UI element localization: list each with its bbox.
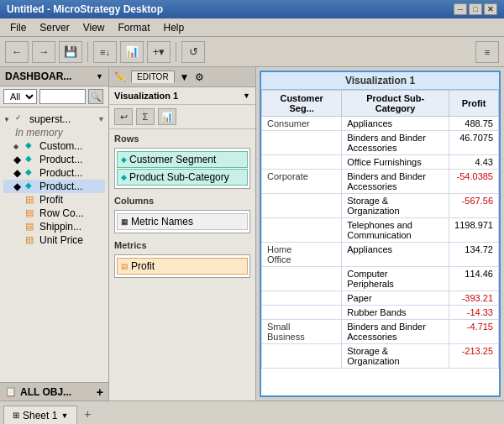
menu-bar: File Server View Format Help: [0, 18, 504, 37]
rows-label: Rows: [109, 129, 255, 145]
window-title: Untitled - MicroStrategy Desktop: [7, 3, 163, 15]
field-customer-segment[interactable]: ◆ Customer Segment: [117, 151, 248, 168]
back-button[interactable]: ←: [5, 41, 29, 63]
settings-icon[interactable]: ⚙: [195, 71, 204, 83]
cell-profit: 488.75: [449, 117, 499, 131]
table-row: Office Furnishings4.43: [262, 155, 499, 170]
editor-toolbar: ↩ Σ 📊: [109, 105, 255, 129]
all-objects-label: ALL OBJ...: [20, 386, 71, 398]
title-bar: Untitled - MicroStrategy Desktop ─ □ ✕: [0, 0, 504, 18]
cell-product: Storage & Organization: [342, 344, 449, 369]
forward-button[interactable]: →: [32, 41, 55, 63]
cell-product: Appliances: [342, 243, 449, 267]
data-table: Customer Seg... Product Sub-Category Pro…: [261, 90, 499, 369]
menu-help[interactable]: Help: [157, 20, 192, 35]
bottom-bar: ⊞ Sheet 1 ▼ +: [0, 400, 504, 424]
cell-product: Binders and Binder Accessories: [342, 131, 449, 155]
table-row: Rubber Bands-14.33: [262, 306, 499, 320]
toolbar-sep1: [87, 42, 88, 62]
viz-dropdown-icon[interactable]: ▼: [243, 92, 250, 100]
chart-type-button[interactable]: 📊: [158, 108, 176, 125]
metrics-drop-zone[interactable]: ▤ Profit: [114, 254, 250, 278]
table-row: Storage & Organization-567.56: [262, 194, 499, 218]
table-row: Storage & Organization-213.25: [262, 344, 499, 369]
sheet-tab-1[interactable]: ⊞ Sheet 1 ▼: [3, 406, 77, 424]
cell-profit: -213.25: [449, 344, 499, 369]
cell-profit: -14.33: [449, 306, 499, 320]
cell-segment: [262, 267, 342, 291]
minimize-button[interactable]: ─: [454, 3, 467, 15]
tree-item-0[interactable]: ◆ ◆ Custom...: [3, 139, 105, 153]
save-button[interactable]: 💾: [59, 41, 82, 63]
viz-table[interactable]: Customer Seg... Product Sub-Category Pro…: [261, 90, 499, 395]
field-profit[interactable]: ▤ Profit: [117, 258, 248, 275]
tree-item-3[interactable]: ◆ ◆ Product...: [3, 180, 105, 193]
chart-button[interactable]: 📊: [120, 41, 144, 63]
tree-node-superstore[interactable]: ▼ ✓ superst... ▼: [3, 113, 105, 126]
cell-segment: Consumer: [262, 117, 342, 131]
table-row: Home OfficeAppliances134.72: [262, 243, 499, 267]
columns-drop-zone[interactable]: ▦ Metric Names: [114, 210, 250, 233]
cell-product: Appliances: [342, 117, 449, 131]
sidebar: DASHBOAR... ▼ All 🔍 ▼ ✓ superst... ▼ In …: [0, 67, 109, 400]
main-area: DASHBOAR... ▼ All 🔍 ▼ ✓ superst... ▼ In …: [0, 67, 504, 400]
tree-section: ▼ ✓ superst... ▼ In memory ◆ ◆ Custom...…: [0, 111, 108, 249]
menu-file[interactable]: File: [3, 20, 33, 35]
filter-dropdown[interactable]: All: [3, 89, 37, 104]
viz-title: Visualization 1: [114, 91, 178, 101]
search-input[interactable]: [39, 89, 86, 104]
tree-item-4[interactable]: ▤ Profit: [3, 193, 105, 207]
table-row: Paper-393.21: [262, 291, 499, 306]
table-row: Computer Peripherals114.46: [262, 267, 499, 291]
rows-drop-zone[interactable]: ◆ Customer Segment ◆ Product Sub-Categor…: [114, 148, 250, 189]
table-row: Telephones and Communication1198.971: [262, 218, 499, 243]
menu-server[interactable]: Server: [33, 20, 76, 35]
tree-item-1[interactable]: ◆ ◆ Product...: [3, 153, 105, 166]
sidebar-header: DASHBOAR... ▼: [0, 67, 108, 86]
share-button[interactable]: ≡: [475, 41, 499, 63]
field-metric-names[interactable]: ▦ Metric Names: [117, 213, 248, 230]
cell-segment: [262, 155, 342, 170]
refresh-button[interactable]: ↺: [181, 41, 205, 63]
tree-item-6[interactable]: ▤ Shippin...: [3, 220, 105, 233]
sidebar-chevron-icon: ▼: [96, 72, 103, 81]
maximize-button[interactable]: □: [469, 3, 482, 15]
close-button[interactable]: ✕: [484, 3, 497, 15]
table-row: CorporateBinders and Binder Accessories-…: [262, 170, 499, 194]
field-product-subcategory[interactable]: ◆ Product Sub-Category: [117, 169, 248, 186]
menu-view[interactable]: View: [76, 20, 112, 35]
search-button[interactable]: 🔍: [88, 89, 103, 104]
tree-item-7[interactable]: ▤ Unit Price: [3, 233, 105, 247]
filter-icon[interactable]: ▼: [180, 71, 190, 83]
cell-segment: [262, 306, 342, 320]
sidebar-title: DASHBOAR...: [5, 71, 71, 82]
columns-label: Columns: [109, 191, 255, 207]
col-header-profit: Profit: [449, 91, 499, 117]
undo-button[interactable]: ↩: [114, 108, 133, 125]
metrics-label: Metrics: [109, 236, 255, 252]
sigma-button[interactable]: Σ: [136, 108, 155, 125]
cell-profit: 46.7075: [449, 131, 499, 155]
dataset-button[interactable]: ≡↓: [93, 41, 117, 63]
toolbar: ← → 💾 ≡↓ 📊 +▾ ↺ ≡: [0, 37, 504, 67]
add-object-button[interactable]: +: [97, 385, 103, 399]
cell-profit: 134.72: [449, 243, 499, 267]
cell-product: Paper: [342, 291, 449, 306]
cell-product: Storage & Organization: [342, 194, 449, 218]
tree-item-5[interactable]: ▤ Row Co...: [3, 207, 105, 220]
tree-item-2[interactable]: ◆ ◆ Product...: [3, 166, 105, 180]
menu-format[interactable]: Format: [111, 20, 156, 35]
viz-panel-header: Visualization 1: [261, 72, 499, 90]
table-row: Small BusinessBinders and Binder Accesso…: [262, 320, 499, 344]
tree-in-memory: In memory: [3, 126, 105, 139]
editor-tab[interactable]: EDITOR: [131, 71, 175, 83]
cell-product: Binders and Binder Accessories: [342, 170, 449, 194]
sidebar-filter: All 🔍: [0, 86, 108, 107]
cell-product: Telephones and Communication: [342, 218, 449, 243]
add-button[interactable]: +▾: [147, 41, 171, 63]
sidebar-tree: ▼ ✓ superst... ▼ In memory ◆ ◆ Custom...…: [0, 107, 108, 382]
add-sheet-button[interactable]: +: [79, 406, 96, 422]
cell-segment: [262, 218, 342, 243]
cell-segment: [262, 131, 342, 155]
cell-profit: 114.46: [449, 267, 499, 291]
